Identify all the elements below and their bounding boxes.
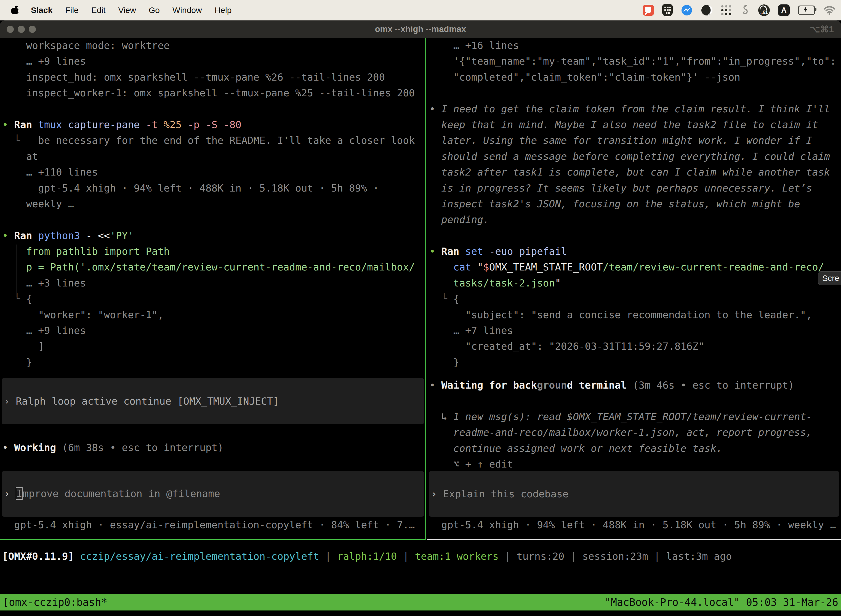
- terminal-line: … +16 lines: [427, 38, 841, 53]
- menu-item-view[interactable]: View: [118, 6, 136, 15]
- text-run: Ran: [14, 230, 38, 241]
- tmux-session-label: [omx-cczip0:bash*: [3, 596, 107, 608]
- contrast-icon[interactable]: [701, 4, 712, 16]
- squiggle-icon[interactable]: [740, 4, 750, 16]
- text-run: Working: [14, 442, 62, 453]
- terminal-line: gpt-5.4 xhigh · 94% left · 488K in · 5.1…: [0, 180, 426, 196]
- text-run: Ran: [441, 246, 465, 257]
- apple-body: [11, 8, 19, 14]
- menu-item-go[interactable]: Go: [149, 6, 160, 15]
- omx-status-line: [OMX#0.11.9] cczip/essay/ai-reimplementa…: [0, 549, 841, 564]
- menu-item-slack[interactable]: Slack: [31, 6, 53, 15]
- text-run: ↳: [429, 411, 453, 422]
- text-run: {: [453, 293, 459, 304]
- terminal-line: └ be necessary for the end of the README…: [0, 132, 426, 148]
- terminal-line: inspect_hud: omx sparkshell --tmux-pane …: [0, 69, 426, 85]
- tmux-pane-left[interactable]: workspace_mode: worktree … +9 lines insp…: [0, 38, 426, 540]
- terminal-line: task2 after task1 is complete, but can I…: [427, 164, 841, 180]
- text-run: … +3 lines: [2, 277, 86, 289]
- window-title-bar: omx --xhigh --madmax ⌥⌘1: [0, 21, 841, 38]
- terminal-line: [0, 101, 426, 117]
- slack-notification-icon[interactable]: [643, 5, 654, 16]
- terminal-line: inspect task2's JSON, focusing on the st…: [427, 196, 841, 212]
- messenger-icon[interactable]: [681, 4, 693, 16]
- text-run: ": [477, 261, 483, 273]
- text-run: ": [555, 277, 561, 289]
- tree-connector-line: [444, 260, 444, 297]
- text-run: "completed","claim_token":"claim-token"}…: [429, 72, 740, 83]
- menu-item-file[interactable]: File: [65, 6, 78, 15]
- text-run: later. Using the same for transition mig…: [429, 135, 812, 146]
- text-run: -80: [224, 119, 242, 130]
- text-run: tmux: [38, 119, 68, 130]
- text-run: -: [86, 230, 98, 241]
- text-run: ⌥ + ↑ edit: [429, 458, 513, 470]
- text-run: |: [319, 551, 337, 562]
- input-source-icon[interactable]: A: [778, 4, 790, 16]
- text-run: d terminal: [567, 380, 633, 391]
- text-run: (3m 46s • esc to interrupt): [633, 380, 794, 391]
- text-run: tasks/task-2.json: [453, 277, 555, 289]
- terminal-line: • I need to get the claim token from the…: [427, 101, 841, 117]
- menu-item-edit[interactable]: Edit: [91, 6, 105, 15]
- gauge-icon[interactable]: ..61: [758, 4, 770, 16]
- left-pane-output: workspace_mode: worktree … +9 lines insp…: [0, 38, 426, 370]
- terminal-line: [OMX#0.11.9] cczip/essay/ai-reimplementa…: [0, 549, 841, 564]
- text-run: •: [2, 230, 14, 241]
- text-run: is in progress? It seems likely but perh…: [429, 182, 812, 194]
- text-run: "created_at": "2026-03-31T11:59:27.816Z": [429, 340, 705, 352]
- prompt-input-left[interactable]: › Improve documentation in @filename: [1, 471, 424, 517]
- working-status-line: • Working (6m 38s • esc to interrupt): [0, 440, 426, 455]
- text-run: |: [498, 551, 517, 562]
- text-run: ›: [4, 396, 16, 407]
- terminal-line: at: [0, 148, 426, 164]
- text-run: Ran: [14, 119, 38, 130]
- text-run: be necessary for the end of the README. …: [38, 135, 415, 146]
- terminal-line: inspect_worker-1: omx sparkshell --tmux-…: [0, 85, 426, 101]
- text-run: {: [26, 293, 32, 304]
- terminal-line: "subject": "send a concise recommendatio…: [427, 307, 841, 323]
- terminal-line: continue assigned work or next feasible …: [427, 440, 841, 456]
- terminal-line: ↳ 1 new msg(s): read $OMX_TEAM_STATE_ROO…: [427, 409, 841, 424]
- wifi-icon[interactable]: [823, 6, 835, 15]
- terminal-line: [427, 85, 841, 101]
- text-run: set: [465, 246, 489, 257]
- terminal-line: later. Using the same for transition mig…: [427, 132, 841, 148]
- text-run: └: [2, 293, 26, 304]
- text-run: '{"team_name":"my-team","task_id":"1","f…: [429, 56, 836, 67]
- terminal-line: • Waiting for background terminal (3m 46…: [427, 377, 841, 393]
- screen-tooltip: Scre: [818, 271, 841, 285]
- pane-divider[interactable]: [425, 38, 426, 540]
- terminal-line: workspace_mode: worktree: [0, 38, 426, 53]
- left-pane-border: [0, 539, 426, 540]
- text-run: weekly …: [2, 198, 74, 210]
- text-run: (6m 38s • esc to interrupt): [62, 442, 224, 453]
- text-run: %25: [164, 119, 188, 130]
- prompt-input-right[interactable]: › Explain this codebase: [429, 471, 840, 517]
- text-run: readme-and-reco/mailbox/worker-1.json, a…: [429, 427, 812, 438]
- right-pane-border: [427, 539, 841, 540]
- grid-shield-icon[interactable]: [662, 4, 673, 16]
- menu-item-help[interactable]: Help: [215, 6, 232, 15]
- menu-item-window[interactable]: Window: [173, 6, 202, 15]
- text-run: -p: [188, 119, 205, 130]
- apple-bite: [18, 9, 22, 13]
- text-run: task2 after task1 is complete, but can I…: [429, 166, 830, 178]
- text-run: $: [483, 261, 489, 273]
- terminal-line: keep that in mind. Maybe I also need the…: [427, 117, 841, 132]
- terminal-line: └ {: [0, 291, 426, 307]
- dots-grid-icon[interactable]: [721, 5, 732, 16]
- text-run: from pathlib import Path: [2, 246, 170, 257]
- tmux-pane-right[interactable]: … +16 lines '{"team_name":"my-team","tas…: [427, 38, 841, 540]
- prompt-chevron: ›: [431, 488, 443, 500]
- text-run: •: [429, 103, 441, 114]
- battery-icon[interactable]: [798, 6, 815, 15]
- terminal-line: }: [0, 354, 426, 370]
- text-run: capture-pane: [68, 119, 146, 130]
- terminal-line: ]: [0, 338, 426, 354]
- terminal-line: … +9 lines: [0, 323, 426, 338]
- terminal-line: is in progress? It seems likely but perh…: [427, 180, 841, 196]
- text-run: Ralph loop active continue [OMX_TMUX_INJ…: [16, 396, 279, 407]
- apple-menu-icon[interactable]: [10, 6, 20, 15]
- terminal-line: "worker": "worker-1",: [0, 307, 426, 323]
